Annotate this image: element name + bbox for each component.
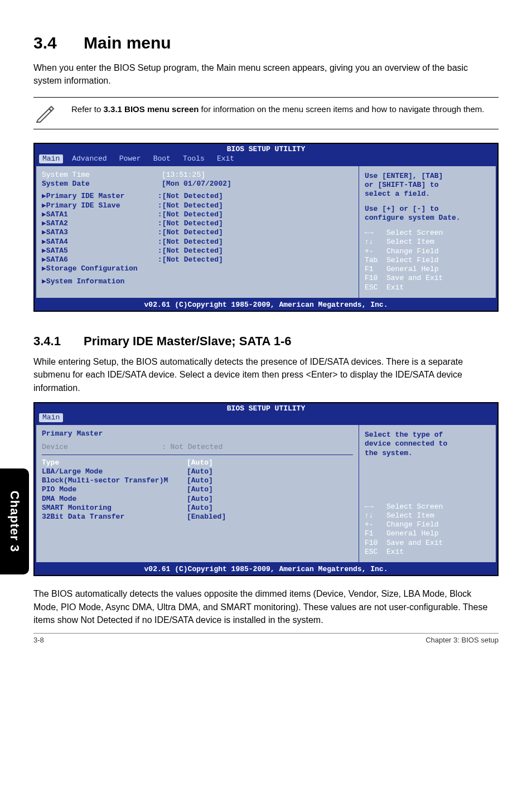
bios-item-label[interactable]: SATA3 (46, 228, 158, 237)
note-pre: Refer to (71, 104, 104, 114)
system-date-label[interactable]: System Date (42, 180, 162, 189)
tab-power[interactable]: Power (116, 154, 150, 163)
page-footer: 3-8 Chapter 3: BIOS setup (33, 633, 499, 644)
triangle-icon: ▶ (42, 219, 46, 228)
bios2-nav: ←→ Select Screen ↑↓ Select Item +- Chang… (365, 503, 490, 557)
bios2-tab-main[interactable]: Main (39, 413, 63, 422)
tab-boot[interactable]: Boot (150, 154, 180, 163)
bios-item-label[interactable]: SATA5 (46, 247, 158, 255)
device-label: Device (42, 443, 162, 452)
triangle-icon: ▶ (42, 264, 46, 273)
bios2-item-label[interactable]: 32Bit Data Transfer (42, 513, 187, 521)
bios2-item-label[interactable]: LBA/Large Mode (42, 467, 187, 476)
triangle-icon: ▶ (42, 238, 46, 247)
bios2-item-value[interactable]: [Enabled] (187, 513, 226, 521)
bios-primary-master-panel: BIOS SETUP UTILITY Main Primary Master D… (33, 402, 499, 577)
subsection-heading: 3.4.1Primary IDE Master/Slave; SATA 1-6 (33, 334, 499, 349)
bios-item-label[interactable]: Primary IDE Slave (46, 201, 158, 210)
triangle-icon: ▶ (42, 277, 46, 286)
bios2-help: Select the type of device connected to t… (365, 431, 490, 458)
note-text: Refer to 3.3.1 BIOS menu screen for info… (71, 103, 484, 115)
bios2-footer: v02.61 (C)Copyright 1985-2009, American … (35, 564, 497, 575)
note-post: for information on the menu screen items… (199, 104, 484, 114)
bios2-help-pane: Select the type of device connected to t… (359, 425, 496, 562)
bios-item-value: :[Not Detected] (158, 228, 223, 237)
bios2-item-value[interactable]: [Auto] (187, 458, 213, 467)
subsection-number: 3.4.1 (33, 334, 84, 349)
bios2-menubar: Main (35, 413, 497, 423)
bios2-left-pane: Primary Master Device: Not Detected Type… (36, 425, 359, 562)
bios-menubar: Main Advanced Power Boot Tools Exit (35, 154, 497, 165)
bios2-item-value[interactable]: [Auto] (187, 504, 213, 513)
tab-advanced[interactable]: Advanced (69, 154, 115, 163)
pencil-icon (36, 103, 56, 123)
bios-item-value: :[Not Detected] (158, 255, 223, 264)
bios-main-panel: BIOS SETUP UTILITY Main Advanced Power B… (33, 143, 499, 312)
bios-left-pane: System Time[13:51:25] System Date[Mon 01… (36, 166, 359, 298)
system-info-item[interactable]: System Information (46, 277, 124, 286)
system-date-value[interactable]: [Mon 01/07/2002] (162, 180, 231, 189)
triangle-icon: ▶ (42, 255, 46, 264)
bios-footer: v02.61 (C)Copyright 1985-2009, American … (35, 299, 497, 311)
bios-item-value: :[Not Detected] (158, 192, 223, 201)
primary-master-header: Primary Master (42, 429, 353, 438)
bios-item-label[interactable]: Primary IDE Master (46, 192, 158, 201)
note-box: Refer to 3.3.1 BIOS menu screen for info… (33, 97, 499, 129)
system-time-label[interactable]: System Time (42, 171, 162, 180)
section-heading: 3.4Main menu (33, 33, 499, 52)
bios2-item-label[interactable]: DMA Mode (42, 495, 187, 504)
page-number: 3-8 (33, 636, 44, 644)
bios2-item-label[interactable]: Block(Multi-sector Transfer)M (42, 476, 187, 485)
bios-item-label[interactable]: SATA1 (46, 210, 158, 219)
tab-exit[interactable]: Exit (214, 154, 243, 163)
bios2-item-value[interactable]: [Auto] (187, 485, 213, 494)
nav-help: ←→ Select Screen ↑↓ Select Item +- Chang… (365, 229, 490, 292)
bios2-title: BIOS SETUP UTILITY (35, 403, 497, 413)
section-title: Main menu (84, 33, 171, 52)
triangle-icon: ▶ (42, 247, 46, 255)
tab-tools[interactable]: Tools (180, 154, 214, 163)
closing-paragraph: The BIOS automatically detects the value… (33, 587, 499, 626)
bios-item-value: :[Not Detected] (158, 238, 223, 247)
bios-help-pane: Use [ENTER], [TAB] or [SHIFT-TAB] to sel… (359, 166, 496, 298)
bios-item-value: :[Not Detected] (158, 210, 223, 219)
bios-item-label[interactable]: SATA4 (46, 238, 158, 247)
bios-item-label[interactable]: SATA2 (46, 219, 158, 228)
section-number: 3.4 (33, 33, 84, 52)
triangle-icon: ▶ (42, 228, 46, 237)
bios2-item-value[interactable]: [Auto] (187, 467, 213, 476)
system-time-value[interactable]: [13:51:25] (162, 171, 205, 180)
bios2-item-value[interactable]: [Auto] (187, 476, 213, 485)
bios2-item-label[interactable]: SMART Monitoring (42, 504, 187, 513)
chapter-side-tab: Chapter 3 (0, 468, 29, 574)
chapter-side-label: Chapter 3 (7, 491, 22, 552)
bios-item-value: :[Not Detected] (158, 219, 223, 228)
bios-item-value: :[Not Detected] (158, 247, 223, 255)
page-chapter-label: Chapter 3: BIOS setup (425, 636, 499, 644)
device-value: : Not Detected (162, 443, 223, 452)
subsection-text: While entering Setup, the BIOS automatic… (33, 355, 499, 394)
bios2-item-label[interactable]: Type (42, 458, 187, 467)
help-text-1: Use [ENTER], [TAB] or [SHIFT-TAB] to sel… (365, 172, 490, 199)
triangle-icon: ▶ (42, 192, 46, 201)
tab-main[interactable]: Main (39, 154, 63, 163)
triangle-icon: ▶ (42, 210, 46, 219)
bios2-item-value[interactable]: [Auto] (187, 495, 213, 504)
intro-paragraph: When you enter the BIOS Setup program, t… (33, 61, 499, 87)
bios-title: BIOS SETUP UTILITY (35, 144, 497, 154)
bios-item-label[interactable]: SATA6 (46, 255, 158, 264)
triangle-icon: ▶ (42, 201, 46, 210)
bios2-item-label[interactable]: PIO Mode (42, 485, 187, 494)
note-bold: 3.3.1 BIOS menu screen (104, 104, 199, 114)
help-text-2: Use [+] or [-] to configure system Date. (365, 205, 490, 223)
storage-config-item[interactable]: Storage Configuration (46, 264, 138, 273)
subsection-title: Primary IDE Master/Slave; SATA 1-6 (84, 334, 292, 348)
bios-item-value: :[Not Detected] (158, 201, 223, 210)
